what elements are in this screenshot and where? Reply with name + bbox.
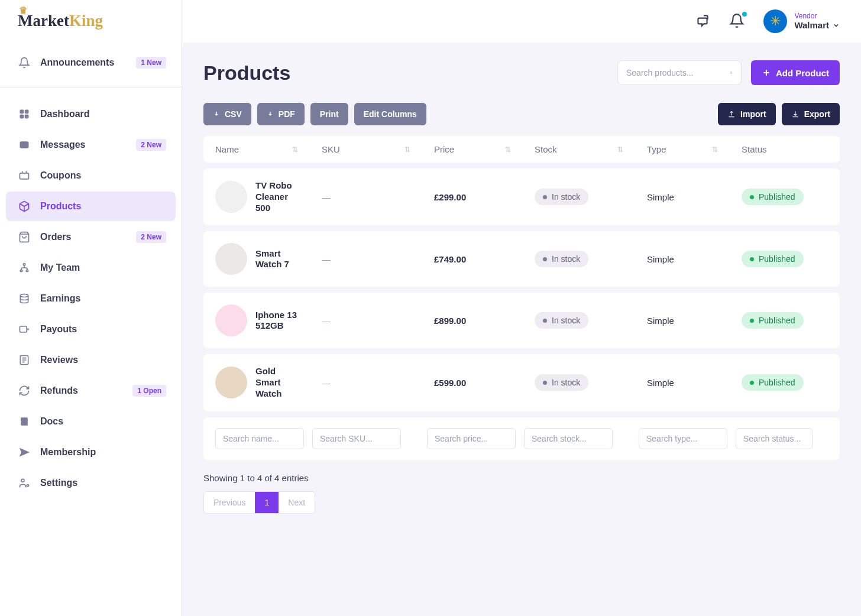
sidebar-item-coupons[interactable]: Coupons: [6, 161, 176, 190]
logo: ♛ MarketKing: [0, 0, 182, 41]
stock-label: In stock: [552, 316, 580, 325]
pager: Previous 1 Next: [203, 491, 315, 514]
edit-columns-button[interactable]: Edit Columns: [354, 103, 426, 125]
vendor-avatar-icon: ✳: [763, 9, 787, 33]
book-icon: [18, 415, 31, 428]
sidebar-label: Announcements: [40, 57, 114, 68]
import-button[interactable]: Import: [718, 103, 776, 125]
search-box[interactable]: [617, 60, 742, 85]
chat-icon[interactable]: [695, 13, 711, 30]
export-csv-button[interactable]: CSV: [203, 103, 251, 125]
sidebar-item-refunds[interactable]: Refunds 1 Open: [6, 376, 176, 406]
price-value: £749.00: [434, 254, 466, 264]
export-pdf-button[interactable]: PDF: [257, 103, 305, 125]
pager-prev-button[interactable]: Previous: [204, 492, 255, 513]
sidebar-label: Refunds: [40, 385, 78, 396]
svg-point-7: [20, 270, 22, 271]
column-header-status[interactable]: Status: [730, 144, 807, 154]
sidebar-item-payouts[interactable]: Payouts: [6, 315, 176, 344]
column-header-sku[interactable]: SKU ⇅: [310, 144, 422, 154]
search-input[interactable]: [626, 68, 730, 77]
filter-price-input[interactable]: [427, 428, 516, 449]
sidebar-item-announcements[interactable]: Announcements 1 New: [6, 48, 176, 77]
sidebar-item-dashboard[interactable]: Dashboard: [6, 99, 176, 129]
column-header-type[interactable]: Type ⇅: [635, 144, 730, 154]
add-product-button[interactable]: Add Product: [751, 60, 840, 85]
page-title: Products: [203, 61, 290, 85]
svg-rect-5: [20, 173, 29, 179]
sku-value: —: [322, 254, 331, 264]
download-icon: [791, 110, 800, 118]
chevron-down-icon: [833, 22, 840, 29]
stock-dot-icon: [543, 195, 547, 199]
sidebar-item-earnings[interactable]: Earnings: [6, 284, 176, 313]
sidebar-item-products[interactable]: Products: [6, 192, 176, 221]
column-header-name[interactable]: Name ⇅: [203, 144, 310, 154]
coupon-icon: [18, 169, 31, 182]
print-button[interactable]: Print: [310, 103, 348, 125]
sort-icon: ⇅: [505, 145, 511, 154]
notifications-icon[interactable]: [729, 13, 746, 30]
sidebar-label: Dashboard: [40, 109, 90, 119]
button-label: Print: [320, 109, 339, 119]
sidebar-item-settings[interactable]: Settings: [6, 468, 176, 498]
product-thumbnail: [215, 304, 247, 336]
vendor-role: Vendor: [794, 12, 840, 20]
sort-icon: ⇅: [617, 145, 623, 154]
sidebar-label: Membership: [40, 447, 96, 458]
sidebar-label: Docs: [40, 416, 63, 427]
price-value: £599.00: [434, 378, 466, 388]
column-header-stock[interactable]: Stock ⇅: [523, 144, 635, 154]
svg-point-8: [26, 270, 28, 271]
sidebar-label: Settings: [40, 478, 77, 488]
sidebar-item-messages[interactable]: Messages 2 New: [6, 130, 176, 160]
export-button[interactable]: Export: [782, 103, 840, 125]
column-label: SKU: [322, 144, 340, 154]
sidebar-item-orders[interactable]: Orders 2 New: [6, 222, 176, 252]
svg-rect-1: [25, 110, 29, 114]
sidebar-item-membership[interactable]: Membership: [6, 437, 176, 467]
crown-icon: ♛: [19, 5, 27, 16]
svg-rect-3: [25, 115, 29, 119]
stock-dot-icon: [543, 381, 547, 385]
sidebar-badge: 2 New: [136, 231, 166, 243]
stock-pill: In stock: [535, 251, 588, 267]
sidebar-badge: 2 New: [136, 139, 166, 151]
filter-type-input[interactable]: [639, 428, 727, 449]
table-header-row: Name ⇅ SKU ⇅ Price ⇅ Stock ⇅ Type ⇅: [203, 136, 840, 163]
price-value: £299.00: [434, 192, 466, 202]
upload-icon: [727, 110, 736, 118]
refresh-icon: [18, 384, 31, 397]
sku-value: —: [322, 378, 331, 388]
filter-status-input[interactable]: [736, 428, 813, 449]
column-header-price[interactable]: Price ⇅: [422, 144, 523, 154]
product-name: TV Robo Cleaner 500: [255, 180, 298, 213]
bell-icon: [18, 56, 31, 69]
status-label: Published: [759, 316, 795, 325]
table-row[interactable]: Gold Smart Watch — £599.00 In stock Simp…: [203, 354, 840, 411]
filter-stock-input[interactable]: [524, 428, 613, 449]
sku-value: —: [322, 316, 331, 326]
sidebar-item-reviews[interactable]: Reviews: [6, 345, 176, 375]
sidebar-item-team[interactable]: My Team: [6, 253, 176, 283]
sidebar-badge: 1 Open: [132, 385, 166, 397]
sidebar-label: Products: [40, 201, 81, 212]
stock-label: In stock: [552, 254, 580, 264]
table-row[interactable]: Iphone 13 512GB — £899.00 In stock Simpl…: [203, 293, 840, 348]
send-icon: [18, 446, 31, 459]
table-row[interactable]: Smart Watch 7 — £749.00 In stock Simple …: [203, 231, 840, 287]
button-label: Import: [740, 109, 766, 119]
filter-name-input[interactable]: [215, 428, 304, 449]
filter-sku-input[interactable]: [312, 428, 401, 449]
stock-dot-icon: [543, 319, 547, 323]
product-name: Gold Smart Watch: [255, 366, 298, 399]
filter-row: [203, 417, 840, 460]
sidebar-item-docs[interactable]: Docs: [6, 407, 176, 436]
table-row[interactable]: TV Robo Cleaner 500 — £299.00 In stock S…: [203, 168, 840, 225]
gear-icon: [18, 476, 31, 489]
pager-page-1-button[interactable]: 1: [255, 492, 279, 513]
sidebar: ♛ MarketKing Announcements 1 New Dashboa…: [0, 0, 182, 616]
type-value: Simple: [647, 378, 674, 388]
vendor-switcher[interactable]: ✳ Vendor Walmart: [763, 9, 840, 33]
pager-next-button[interactable]: Next: [279, 492, 315, 513]
